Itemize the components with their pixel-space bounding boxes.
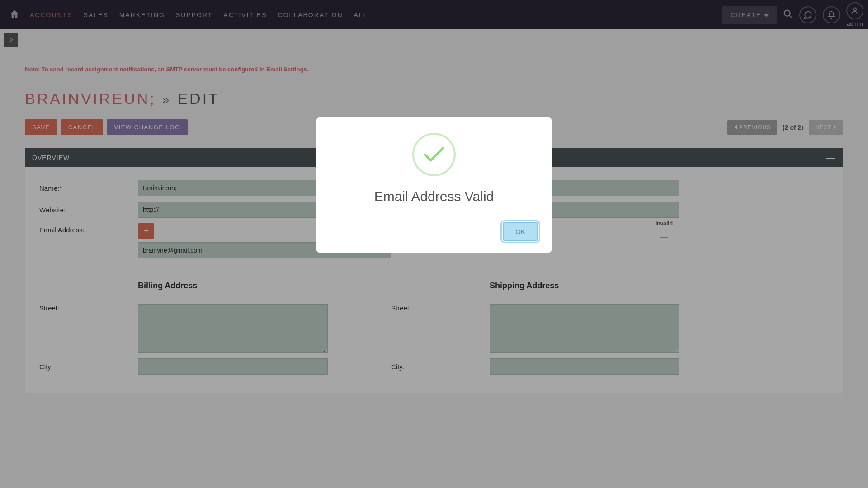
success-check-icon xyxy=(412,133,456,176)
email-valid-modal: Email Address Valid OK xyxy=(316,117,552,253)
modal-overlay: Email Address Valid OK xyxy=(0,0,868,488)
modal-title: Email Address Valid xyxy=(374,189,494,204)
modal-ok-button[interactable]: OK xyxy=(503,222,538,241)
